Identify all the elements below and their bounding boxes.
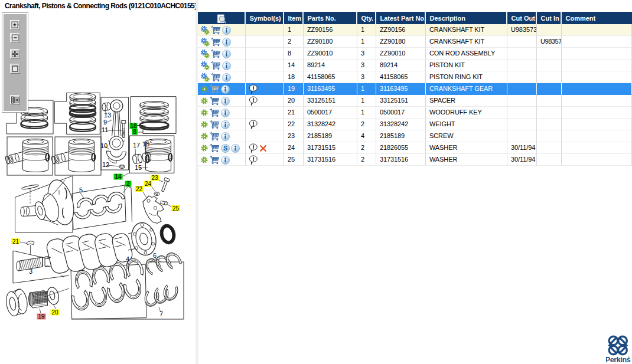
- svg-text:5: 5: [79, 186, 83, 194]
- svg-text:11: 11: [102, 126, 108, 133]
- svg-text:8: 8: [133, 129, 136, 135]
- svg-text:15: 15: [135, 164, 142, 171]
- svg-text:2: 2: [126, 181, 130, 187]
- svg-text:16: 16: [142, 140, 149, 147]
- svg-text:19: 19: [38, 313, 45, 320]
- svg-text:Perkins: Perkins: [606, 356, 631, 363]
- svg-text:7: 7: [159, 310, 163, 317]
- svg-text:25: 25: [172, 205, 180, 212]
- svg-text:14: 14: [115, 173, 122, 180]
- svg-text:10: 10: [100, 142, 107, 149]
- svg-text:20: 20: [51, 309, 58, 316]
- svg-text:6: 6: [153, 252, 157, 259]
- svg-text:12: 12: [102, 161, 109, 168]
- svg-text:17: 17: [133, 142, 140, 149]
- svg-text:9: 9: [103, 119, 107, 126]
- svg-text:4: 4: [126, 255, 129, 263]
- svg-text:S: S: [223, 145, 227, 152]
- svg-text:24: 24: [145, 181, 152, 187]
- svg-text:13: 13: [104, 112, 111, 119]
- svg-text:21: 21: [12, 238, 19, 245]
- svg-text:3: 3: [29, 268, 32, 275]
- svg-text:23: 23: [151, 175, 158, 181]
- svg-text:22: 22: [136, 186, 143, 192]
